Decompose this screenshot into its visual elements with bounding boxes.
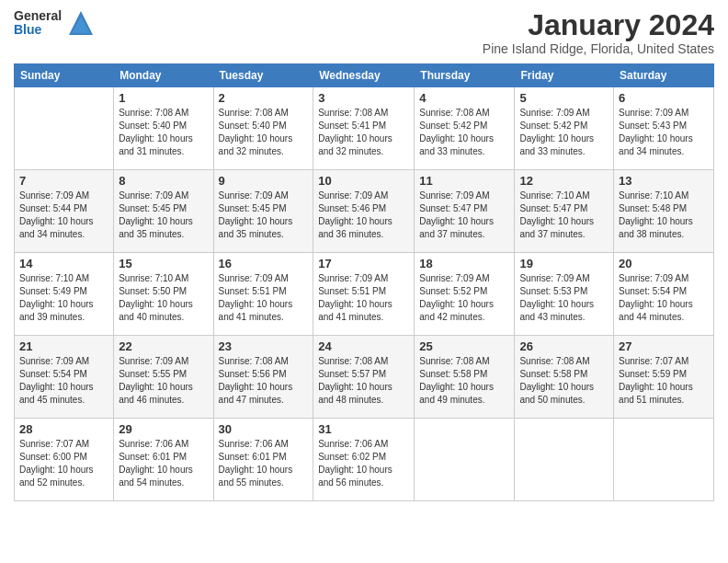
day-info: Sunrise: 7:09 AM Sunset: 5:51 PM Dayligh… <box>318 272 409 324</box>
header-tuesday: Tuesday <box>213 64 313 87</box>
day-cell: 17Sunrise: 7:09 AM Sunset: 5:51 PM Dayli… <box>313 253 415 336</box>
day-number: 10 <box>318 174 409 188</box>
day-cell: 7Sunrise: 7:09 AM Sunset: 5:44 PM Daylig… <box>15 170 114 253</box>
week-row-1: 1Sunrise: 7:08 AM Sunset: 5:40 PM Daylig… <box>15 87 714 170</box>
day-number: 30 <box>219 422 309 436</box>
day-cell: 13Sunrise: 7:10 AM Sunset: 5:48 PM Dayli… <box>614 170 714 253</box>
day-cell: 12Sunrise: 7:10 AM Sunset: 5:47 PM Dayli… <box>515 170 614 253</box>
logo: General Blue <box>14 9 95 38</box>
day-info: Sunrise: 7:09 AM Sunset: 5:46 PM Dayligh… <box>318 190 409 241</box>
day-number: 27 <box>619 339 709 353</box>
day-cell: 9Sunrise: 7:09 AM Sunset: 5:45 PM Daylig… <box>213 170 313 253</box>
day-number: 4 <box>419 91 509 105</box>
day-cell: 15Sunrise: 7:10 AM Sunset: 5:50 PM Dayli… <box>114 253 213 336</box>
day-cell: 8Sunrise: 7:09 AM Sunset: 5:45 PM Daylig… <box>114 170 213 253</box>
day-cell: 30Sunrise: 7:06 AM Sunset: 6:01 PM Dayli… <box>213 419 313 501</box>
day-cell: 22Sunrise: 7:09 AM Sunset: 5:55 PM Dayli… <box>114 336 213 419</box>
day-number: 23 <box>219 339 309 353</box>
day-number: 20 <box>619 257 709 270</box>
header-thursday: Thursday <box>415 64 515 87</box>
day-info: Sunrise: 7:09 AM Sunset: 5:54 PM Dayligh… <box>619 272 709 324</box>
month-title: January 2024 <box>483 9 714 41</box>
day-cell: 6Sunrise: 7:09 AM Sunset: 5:43 PM Daylig… <box>614 87 714 170</box>
day-cell <box>15 87 114 170</box>
header: General Blue January 2024 Pine Island Ri… <box>14 9 714 56</box>
logo-text: General Blue <box>14 9 62 38</box>
day-number: 9 <box>219 174 309 188</box>
day-info: Sunrise: 7:06 AM Sunset: 6:01 PM Dayligh… <box>219 438 309 489</box>
day-cell: 11Sunrise: 7:09 AM Sunset: 5:47 PM Dayli… <box>415 170 515 253</box>
day-cell: 19Sunrise: 7:09 AM Sunset: 5:53 PM Dayli… <box>515 253 614 336</box>
day-info: Sunrise: 7:08 AM Sunset: 5:57 PM Dayligh… <box>318 355 409 407</box>
day-info: Sunrise: 7:10 AM Sunset: 5:47 PM Dayligh… <box>519 190 609 241</box>
day-info: Sunrise: 7:09 AM Sunset: 5:44 PM Dayligh… <box>19 190 108 241</box>
day-info: Sunrise: 7:09 AM Sunset: 5:43 PM Dayligh… <box>619 107 709 158</box>
day-number: 11 <box>419 174 509 188</box>
week-row-2: 7Sunrise: 7:09 AM Sunset: 5:44 PM Daylig… <box>15 170 714 253</box>
title-block: January 2024 Pine Island Ridge, Florida,… <box>483 9 714 56</box>
day-number: 2 <box>219 91 309 105</box>
day-cell: 20Sunrise: 7:09 AM Sunset: 5:54 PM Dayli… <box>614 253 714 336</box>
day-number: 24 <box>318 339 409 353</box>
day-number: 8 <box>119 174 208 188</box>
logo-blue: Blue <box>14 23 62 37</box>
day-cell: 27Sunrise: 7:07 AM Sunset: 5:59 PM Dayli… <box>614 336 714 419</box>
logo-icon <box>67 9 95 37</box>
day-cell: 25Sunrise: 7:08 AM Sunset: 5:58 PM Dayli… <box>415 336 515 419</box>
day-number: 13 <box>619 174 709 188</box>
day-cell: 3Sunrise: 7:08 AM Sunset: 5:41 PM Daylig… <box>313 87 415 170</box>
week-row-4: 21Sunrise: 7:09 AM Sunset: 5:54 PM Dayli… <box>15 336 714 419</box>
calendar-header-row: SundayMondayTuesdayWednesdayThursdayFrid… <box>15 64 714 87</box>
day-info: Sunrise: 7:08 AM Sunset: 5:42 PM Dayligh… <box>419 107 509 158</box>
day-number: 5 <box>519 91 609 105</box>
day-number: 31 <box>318 422 409 436</box>
day-cell: 18Sunrise: 7:09 AM Sunset: 5:52 PM Dayli… <box>415 253 515 336</box>
day-info: Sunrise: 7:08 AM Sunset: 5:58 PM Dayligh… <box>519 355 609 407</box>
day-number: 26 <box>519 339 609 353</box>
day-cell: 23Sunrise: 7:08 AM Sunset: 5:56 PM Dayli… <box>213 336 313 419</box>
day-info: Sunrise: 7:07 AM Sunset: 5:59 PM Dayligh… <box>619 355 709 407</box>
day-info: Sunrise: 7:08 AM Sunset: 5:40 PM Dayligh… <box>219 107 309 158</box>
day-cell: 14Sunrise: 7:10 AM Sunset: 5:49 PM Dayli… <box>15 253 114 336</box>
day-number: 7 <box>19 174 108 188</box>
day-info: Sunrise: 7:09 AM Sunset: 5:47 PM Dayligh… <box>419 190 509 241</box>
day-cell: 5Sunrise: 7:09 AM Sunset: 5:42 PM Daylig… <box>515 87 614 170</box>
day-number: 18 <box>419 257 509 270</box>
day-number: 6 <box>619 91 709 105</box>
day-info: Sunrise: 7:09 AM Sunset: 5:54 PM Dayligh… <box>19 355 108 407</box>
day-cell: 28Sunrise: 7:07 AM Sunset: 6:00 PM Dayli… <box>15 419 114 501</box>
day-cell: 21Sunrise: 7:09 AM Sunset: 5:54 PM Dayli… <box>15 336 114 419</box>
day-info: Sunrise: 7:07 AM Sunset: 6:00 PM Dayligh… <box>19 438 108 489</box>
header-saturday: Saturday <box>614 64 714 87</box>
day-number: 25 <box>419 339 509 353</box>
day-info: Sunrise: 7:08 AM Sunset: 5:56 PM Dayligh… <box>219 355 309 407</box>
day-info: Sunrise: 7:09 AM Sunset: 5:51 PM Dayligh… <box>219 272 309 324</box>
day-cell <box>515 419 614 501</box>
day-cell: 24Sunrise: 7:08 AM Sunset: 5:57 PM Dayli… <box>313 336 415 419</box>
day-info: Sunrise: 7:09 AM Sunset: 5:52 PM Dayligh… <box>419 272 509 324</box>
day-number: 19 <box>519 257 609 270</box>
day-info: Sunrise: 7:10 AM Sunset: 5:50 PM Dayligh… <box>119 272 208 324</box>
day-cell: 1Sunrise: 7:08 AM Sunset: 5:40 PM Daylig… <box>114 87 213 170</box>
day-number: 3 <box>318 91 409 105</box>
day-cell: 29Sunrise: 7:06 AM Sunset: 6:01 PM Dayli… <box>114 419 213 501</box>
day-info: Sunrise: 7:09 AM Sunset: 5:55 PM Dayligh… <box>119 355 208 407</box>
calendar-table: SundayMondayTuesdayWednesdayThursdayFrid… <box>14 63 714 501</box>
day-cell <box>415 419 515 501</box>
header-sunday: Sunday <box>15 64 114 87</box>
header-friday: Friday <box>515 64 614 87</box>
logo-general: General <box>14 9 62 23</box>
day-info: Sunrise: 7:09 AM Sunset: 5:53 PM Dayligh… <box>519 272 609 324</box>
day-info: Sunrise: 7:10 AM Sunset: 5:48 PM Dayligh… <box>619 190 709 241</box>
day-info: Sunrise: 7:10 AM Sunset: 5:49 PM Dayligh… <box>19 272 108 324</box>
day-info: Sunrise: 7:08 AM Sunset: 5:40 PM Dayligh… <box>119 107 208 158</box>
day-cell: 31Sunrise: 7:06 AM Sunset: 6:02 PM Dayli… <box>313 419 415 501</box>
day-info: Sunrise: 7:06 AM Sunset: 6:02 PM Dayligh… <box>318 438 409 489</box>
day-number: 22 <box>119 339 208 353</box>
day-number: 15 <box>119 257 208 270</box>
week-row-5: 28Sunrise: 7:07 AM Sunset: 6:00 PM Dayli… <box>15 419 714 501</box>
header-monday: Monday <box>114 64 213 87</box>
day-info: Sunrise: 7:09 AM Sunset: 5:45 PM Dayligh… <box>119 190 208 241</box>
day-cell: 26Sunrise: 7:08 AM Sunset: 5:58 PM Dayli… <box>515 336 614 419</box>
week-row-3: 14Sunrise: 7:10 AM Sunset: 5:49 PM Dayli… <box>15 253 714 336</box>
